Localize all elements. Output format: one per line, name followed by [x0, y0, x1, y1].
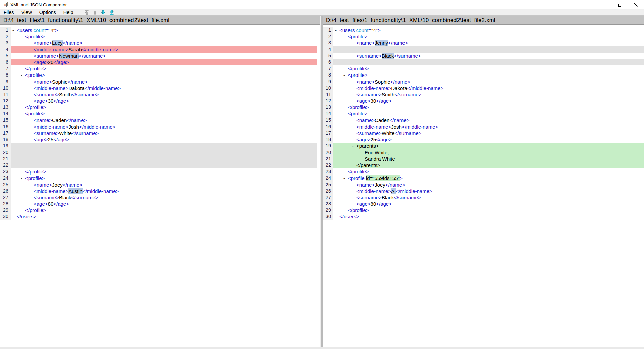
fold-collapse-icon[interactable]: - [343, 33, 348, 40]
code-line[interactable]: 5<surname>Newman</surname> [0, 53, 317, 59]
code-segment: Caden [52, 117, 67, 123]
code-line[interactable]: 8-<profile> [323, 72, 644, 78]
pane-splitter[interactable] [320, 16, 323, 347]
code-line[interactable]: 16<middle-name>Josh</middle-name> [323, 123, 644, 130]
code-content: </profile> [333, 65, 644, 72]
right-code-area[interactable]: 1-<users count="4">2-<profile>3<name>Jen… [323, 25, 644, 347]
code-line[interactable]: 14-<profile> [323, 110, 644, 117]
code-line[interactable]: 2-<profile> [0, 33, 317, 40]
code-line[interactable]: 18<age>25</age> [323, 136, 644, 143]
code-line[interactable]: 8-<profile> [0, 72, 317, 78]
code-line[interactable]: 3<name>Lucy</name> [0, 40, 317, 46]
code-line[interactable]: 6<age>20</age> [0, 59, 317, 65]
menu-item-view[interactable]: View [18, 9, 36, 15]
fold-collapse-icon[interactable]: - [21, 33, 25, 40]
fold-collapse-icon[interactable]: - [343, 72, 348, 78]
minimize-button[interactable] [596, 0, 612, 9]
fold-collapse-icon[interactable]: - [21, 110, 25, 117]
restore-button[interactable] [612, 0, 628, 9]
code-line[interactable]: 21 [0, 156, 317, 162]
fold-collapse-icon[interactable]: - [12, 27, 17, 33]
fold-collapse-icon[interactable]: - [335, 27, 339, 33]
code-segment: </parents> [356, 162, 380, 168]
code-line[interactable]: 1-<users count="4"> [323, 27, 644, 33]
code-line[interactable]: 24-<profile> [0, 175, 317, 181]
code-line[interactable]: 24-<profile id="559fds155"> [323, 175, 644, 181]
code-line[interactable]: 11<surname>Smith</surname> [0, 91, 317, 98]
code-segment: </surname> [394, 92, 421, 97]
code-line[interactable]: 22</parents> [323, 162, 644, 168]
menu-item-files[interactable]: Files [0, 9, 18, 15]
go-to-first-difference-button[interactable] [83, 9, 91, 15]
code-line[interactable]: 28<age>80</age> [0, 201, 317, 207]
code-line[interactable]: 12<age>30</age> [0, 98, 317, 104]
code-line[interactable]: 2-<profile> [323, 33, 644, 40]
code-line[interactable]: 4 [323, 46, 644, 53]
code-line[interactable]: 20Eric White, [323, 149, 644, 156]
code-line[interactable]: 25<name>Joey</name> [323, 182, 644, 188]
code-line[interactable]: 7</profile> [323, 65, 644, 72]
code-line[interactable]: 9<name>Sophie</name> [323, 79, 644, 85]
code-line[interactable]: 1-<users count="4"> [0, 27, 317, 33]
code-line[interactable]: 11<surname>Smith</surname> [323, 91, 644, 98]
code-line[interactable]: 17<surname>White</surname> [0, 130, 317, 136]
code-line[interactable]: 28<age>80</age> [323, 201, 644, 207]
code-line[interactable]: 20 [0, 149, 317, 156]
code-line[interactable]: 9<name>Sophie</name> [0, 79, 317, 85]
code-line[interactable]: 3<name>Jenny</name> [323, 40, 644, 46]
code-line[interactable]: 6 [323, 59, 644, 65]
code-line[interactable]: 29</profile> [323, 207, 644, 213]
code-segment: </surname> [79, 53, 106, 59]
code-line[interactable]: 21Sandra White [323, 156, 644, 162]
line-number: 21 [323, 156, 333, 162]
previous-difference-button[interactable] [91, 9, 99, 15]
code-line[interactable]: 10<middle-name>Dakota</middle-name> [0, 85, 317, 91]
code-line[interactable]: 14-<profile> [0, 110, 317, 117]
code-line[interactable]: 5<surname>Black</surname> [323, 53, 644, 59]
code-line[interactable]: 25<name>Joey</name> [0, 182, 317, 188]
code-line[interactable]: 23</profile> [323, 168, 644, 175]
code-line[interactable]: 13</profile> [0, 104, 317, 110]
menu-item-options[interactable]: Options [36, 9, 60, 15]
code-line[interactable]: 27<surname>Black</surname> [0, 194, 317, 201]
code-line[interactable]: 13</profile> [323, 104, 644, 110]
code-content: <name>Lucy</name> [11, 40, 317, 46]
fold-collapse-icon[interactable]: - [352, 143, 356, 149]
code-content: -<profile> [333, 72, 644, 78]
line-number: 14 [323, 110, 333, 117]
code-segment: <name> [356, 40, 375, 46]
code-line[interactable]: 26<middle-name>Austin</middle-name> [0, 188, 317, 194]
code-line[interactable]: 7</profile> [0, 65, 317, 72]
code-line[interactable]: 4<middle-name>Sarah</middle-name> [0, 46, 317, 53]
code-line[interactable]: 19 [0, 143, 317, 149]
close-button[interactable] [628, 0, 644, 9]
next-difference-button[interactable] [99, 9, 108, 15]
code-line[interactable]: 29</profile> [0, 207, 317, 213]
code-line[interactable]: 17<surname>White</surname> [323, 130, 644, 136]
code-line[interactable]: 10<middle-name>Dakota</middle-name> [323, 85, 644, 91]
code-segment: <name> [34, 79, 52, 85]
code-line[interactable]: 22 [0, 162, 317, 168]
code-line[interactable]: 27<surname>Black</surname> [323, 194, 644, 201]
code-content: <name>Sophie</name> [11, 79, 317, 85]
fold-collapse-icon[interactable]: - [21, 175, 25, 181]
code-line[interactable]: 15<name>Caden</name> [0, 117, 317, 123]
code-line[interactable]: 12<age>30</age> [323, 98, 644, 104]
menu-item-help[interactable]: Help [60, 9, 77, 15]
code-line[interactable]: 23</profile> [0, 168, 317, 175]
code-segment: <name> [356, 117, 375, 123]
code-line[interactable]: 30</users> [0, 213, 317, 220]
fold-collapse-icon[interactable]: - [21, 72, 25, 78]
code-line[interactable]: 30</users> [323, 213, 644, 220]
code-line[interactable]: 18<age>25</age> [0, 136, 317, 143]
code-line[interactable]: 26<middle-name>A.</middle-name> [323, 188, 644, 194]
code-content: -<profile id="559fds155"> [333, 175, 644, 181]
fold-collapse-icon[interactable]: - [343, 110, 348, 117]
fold-collapse-icon[interactable]: - [343, 175, 348, 181]
code-line[interactable]: 15<name>Caden</name> [323, 117, 644, 123]
left-code-area[interactable]: 1-<users count="4">2-<profile>3<name>Luc… [0, 25, 320, 347]
code-line[interactable]: 16<middle-name>Josh</middle-name> [0, 123, 317, 130]
line-number: 25 [0, 182, 11, 188]
go-to-last-difference-button[interactable] [108, 9, 116, 15]
code-line[interactable]: 19-<parents> [323, 143, 644, 149]
